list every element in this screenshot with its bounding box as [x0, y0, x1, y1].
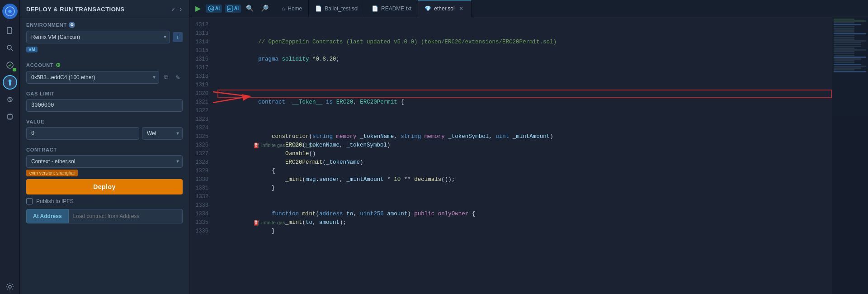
line-num-1330: 1330 — [189, 175, 213, 184]
account-plus-icon[interactable]: ⊕ — [56, 62, 61, 68]
code-line-1331 — [217, 184, 832, 193]
minimap-line — [834, 42, 861, 43]
home-tab-icon: ⌂ — [282, 5, 285, 12]
environment-select-wrapper: Remix VM (Cancun) ▼ — [26, 31, 170, 43]
minimap-line — [834, 29, 854, 31]
sidebar-item-debug[interactable] — [3, 92, 17, 107]
contract-select-wrapper: Context - ether.sol ▼ — [26, 155, 183, 168]
minimap-line — [834, 46, 861, 47]
tab-home-label: Home — [288, 5, 302, 12]
value-label: VALUE — [26, 119, 183, 124]
sidebar-item-search[interactable] — [3, 41, 17, 55]
code-line-1322 — [217, 107, 832, 115]
tab-ether[interactable]: 💎 ether.sol ✕ — [418, 0, 471, 17]
minimap-line — [834, 51, 854, 52]
ether-tab-close-icon[interactable]: ✕ — [458, 5, 465, 12]
line-num-1334: 1334 — [189, 210, 213, 218]
tab-readme-label: README.txt — [381, 5, 411, 12]
minimap-line — [834, 71, 866, 72]
deploy-button[interactable]: Deploy — [26, 179, 183, 194]
sidebar-item-settings[interactable] — [3, 280, 17, 294]
sidebar-panel: DEPLOY & RUN TRANSACTIONS ✓ › ENVIRONMEN… — [20, 0, 189, 294]
sidebar-item-plugin[interactable] — [3, 109, 17, 124]
code-line-1318 — [217, 72, 832, 81]
editor-area: ▶ AI AI AI AI 🔍 🔎 ⌂ Home 📄 Ballot_test.s… — [189, 0, 868, 294]
code-content[interactable]: // OpenZeppelin Contracts (last updated … — [213, 17, 832, 294]
minimap-line — [834, 67, 861, 69]
ballot-tab-icon: 📄 — [315, 5, 322, 12]
tab-ballot-label: Ballot_test.sol — [325, 5, 359, 12]
environment-info-button[interactable]: i — [173, 32, 183, 42]
tab-bar: ▶ AI AI AI AI 🔍 🔎 ⌂ Home 📄 Ballot_test.s… — [189, 0, 868, 17]
line-num-1329: 1329 — [189, 167, 213, 175]
minimap-line — [834, 24, 861, 25]
sidebar-chevron-icon[interactable]: › — [179, 6, 183, 13]
account-row: 0x5B3...eddC4 (100 ether) ▼ ⧉ ✎ — [26, 71, 183, 84]
environment-label: ENVIRONMENT ⚙ — [26, 22, 183, 28]
value-section: VALUE Wei ▼ — [20, 115, 189, 143]
line-numbers: 1312 1313 1314 1315 1316 1317 1318 1319 … — [189, 17, 213, 294]
code-line-1313: // OpenZeppelin Contracts (last updated … — [217, 29, 832, 38]
tab-ballot[interactable]: 📄 Ballot_test.sol — [309, 0, 365, 17]
tab-home[interactable]: ⌂ Home — [275, 0, 309, 17]
at-address-button[interactable]: At Address — [26, 209, 69, 223]
line-num-1313: 1313 — [189, 29, 213, 38]
ai-badge-1[interactable]: AI AI — [206, 5, 222, 13]
sidebar-check-icon[interactable]: ✓ — [171, 5, 175, 13]
run-button[interactable]: ▶ — [193, 4, 203, 14]
readme-tab-icon: 📄 — [372, 5, 378, 12]
svg-text:AI: AI — [210, 7, 213, 10]
ai-badge-2[interactable]: AI AI — [225, 5, 241, 13]
sidebar-title: DEPLOY & RUN TRANSACTIONS — [26, 6, 168, 13]
line-num-1323: 1323 — [189, 115, 213, 124]
code-line-1323 — [217, 115, 832, 124]
environment-info-icon[interactable]: ⚙ — [69, 22, 75, 28]
minimap-line — [834, 38, 854, 40]
gas-limit-label: GAS LIMIT — [26, 91, 183, 96]
environment-select[interactable]: Remix VM (Cancun) — [26, 31, 170, 43]
minimap-line — [834, 31, 854, 33]
minimap-line — [834, 37, 854, 38]
contract-select[interactable]: Context - ether.sol — [26, 155, 183, 168]
unit-select[interactable]: Wei — [142, 127, 183, 140]
minimap-line — [834, 33, 866, 34]
tab-readme[interactable]: 📄 README.txt — [365, 0, 418, 17]
code-line-1319 — [217, 81, 832, 90]
load-contract-input[interactable] — [69, 209, 183, 223]
code-line-1320: contract __Token__ is ERC20, ERC20Permit… — [217, 90, 832, 98]
minimap-line — [834, 64, 861, 65]
account-edit-button[interactable]: ✎ — [173, 72, 183, 82]
account-select-wrapper: 0x5B3...eddC4 (100 ether) ▼ — [26, 71, 159, 84]
minimap-line — [834, 19, 854, 20]
environment-row: Remix VM (Cancun) ▼ i — [26, 31, 183, 43]
code-line-1333: function mint(address to, uint256 amount… — [217, 201, 832, 210]
minimap-line — [834, 47, 854, 49]
minimap-line — [834, 44, 861, 45]
account-select[interactable]: 0x5B3...eddC4 (100 ether) — [26, 71, 159, 84]
sidebar-item-files[interactable] — [3, 24, 17, 38]
line-num-1324: 1324 — [189, 124, 213, 133]
sidebar-item-compile[interactable] — [3, 58, 17, 72]
sidebar-item-deploy[interactable] — [3, 75, 17, 90]
minimap[interactable] — [832, 17, 868, 294]
zoom-icon[interactable]: 🔎 — [259, 4, 271, 13]
line-num-1319: 1319 — [189, 81, 213, 90]
line-num-1335: 1335 — [189, 218, 213, 227]
line-num-1327: 1327 — [189, 150, 213, 158]
value-row: Wei ▼ — [26, 127, 183, 140]
account-copy-button[interactable]: ⧉ — [161, 72, 171, 82]
minimap-line — [834, 22, 854, 24]
svg-text:AI: AI — [228, 7, 231, 10]
contract-section: CONTRACT Context - ether.sol ▼ evm versi… — [20, 143, 189, 227]
svg-point-2 — [7, 45, 11, 49]
app-logo[interactable] — [2, 4, 18, 19]
value-input[interactable] — [26, 127, 139, 140]
at-address-row: At Address — [26, 209, 183, 223]
minimap-line — [834, 26, 854, 27]
contract-label: CONTRACT — [26, 147, 183, 152]
minimap-line — [834, 58, 861, 60]
publish-checkbox[interactable] — [26, 198, 33, 204]
search-icon[interactable]: 🔍 — [244, 4, 256, 13]
gas-limit-input[interactable] — [26, 99, 183, 112]
publish-label: Publish to IPFS — [36, 198, 74, 204]
